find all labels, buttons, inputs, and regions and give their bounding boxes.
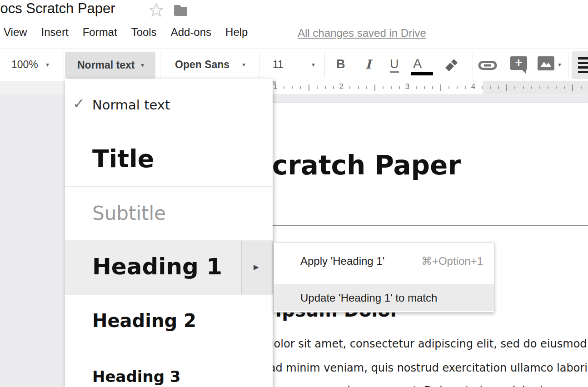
ruler-tick — [556, 86, 557, 89]
ruler-tick — [300, 86, 301, 89]
ruler-tick — [399, 86, 400, 89]
italic-button[interactable]: I — [365, 57, 371, 71]
ruler-tick — [309, 84, 309, 91]
mountains-icon — [538, 56, 554, 70]
toolbar-separator — [324, 52, 325, 78]
font-size-dropdown-icon[interactable]: ▾ — [312, 61, 315, 68]
bold-button[interactable]: B — [336, 57, 345, 71]
align-icon — [578, 57, 588, 60]
doc-body-title[interactable]: Scratch Paper — [253, 150, 461, 181]
ruler-number: 3 — [405, 82, 409, 91]
ruler-tick — [581, 86, 582, 89]
text-color-bar — [411, 72, 433, 75]
ruler-tick — [548, 86, 548, 89]
comment-button[interactable]: + — [510, 56, 527, 70]
font-select[interactable]: Open Sans — [175, 59, 229, 71]
menu-item-subtitle[interactable]: Subtitle — [65, 187, 273, 240]
ruler-tick — [416, 86, 417, 89]
ruler-tick — [523, 86, 524, 89]
ruler-tick — [284, 86, 284, 89]
ruler-tick — [383, 86, 384, 89]
toolbar-separator — [568, 52, 568, 78]
submenu-item-apply[interactable]: Apply 'Heading 1' ⌘+Option+1 — [274, 243, 494, 280]
ruler-tick — [292, 86, 293, 89]
ruler-tick — [448, 86, 449, 89]
ruler-tick — [498, 86, 499, 89]
ruler-tick — [572, 84, 573, 91]
menu-item-heading-3[interactable]: Heading 3 — [65, 349, 273, 387]
ruler-tick — [440, 84, 441, 91]
font-dropdown-icon[interactable]: ▾ — [242, 61, 245, 68]
ruler-tick — [325, 86, 326, 89]
ruler-tick — [531, 86, 532, 89]
star-icon[interactable] — [149, 3, 164, 17]
ruler-tick — [432, 86, 433, 89]
ruler-tick — [424, 86, 425, 89]
ruler-tick — [490, 86, 491, 89]
submenu-item-update[interactable]: Update 'Heading 1' to match — [274, 284, 494, 311]
ruler-number: 2 — [339, 82, 343, 91]
toolbar-separator — [160, 52, 160, 78]
ruler-tick — [374, 84, 375, 91]
menu-item-tools[interactable]: Tools — [131, 26, 157, 39]
ruler-tick — [564, 86, 565, 89]
toolbar-separator — [259, 52, 259, 78]
google-docs-window: Docs Scratch Paper View Insert Format To… — [0, 0, 588, 387]
style-dropdown-icon: ▾ — [141, 61, 144, 69]
toolbar-separator — [64, 52, 64, 78]
ruler-tick — [317, 86, 318, 89]
ruler-number: 4 — [471, 82, 475, 91]
shortcut-label: ⌘+Option+1 — [421, 255, 483, 268]
underline-button[interactable]: U — [390, 57, 399, 73]
link-button[interactable] — [478, 60, 497, 70]
menu-item-title[interactable]: Title — [65, 132, 273, 186]
submenu-arrow-icon: ▶ — [254, 263, 259, 271]
ruler-tick — [366, 86, 367, 89]
zoom-select[interactable]: 100% — [11, 59, 38, 71]
menu-item-insert[interactable]: Insert — [41, 26, 69, 39]
ruler-tick — [514, 86, 515, 89]
text-color-button[interactable]: A — [413, 56, 422, 71]
document-title-input[interactable]: Docs Scratch Paper — [0, 0, 115, 17]
paragraph-style-select[interactable]: Normal text ▾ — [65, 52, 155, 79]
ruler-tick — [391, 86, 392, 89]
toolbar: 100% ▾ Normal text ▾ Open Sans ▾ 11 ▾ B … — [0, 49, 588, 81]
ruler-tick — [506, 84, 507, 91]
heading-1-submenu-button[interactable]: ▶ — [241, 241, 273, 294]
plus-icon: + — [515, 56, 523, 69]
paragraph-style-value: Normal text — [77, 59, 135, 71]
ruler-tick — [539, 86, 540, 89]
image-dropdown-icon[interactable]: ▾ — [558, 61, 561, 68]
heading-1-submenu: Apply 'Heading 1' ⌘+Option+1 Update 'Hea… — [274, 242, 494, 313]
ruler-tick — [349, 86, 350, 89]
menu-item-help[interactable]: Help — [225, 26, 248, 39]
align-button[interactable] — [572, 51, 588, 79]
ruler-tick — [333, 86, 334, 89]
menu-bar: View Insert Format Tools Add-ons Help — [4, 26, 248, 39]
ruler-tick — [457, 86, 458, 89]
menu-item-heading-2[interactable]: Heading 2 — [65, 295, 273, 349]
toolbar-separator — [473, 52, 473, 78]
menu-item-format[interactable]: Format — [83, 26, 117, 39]
ruler-tick — [465, 86, 466, 89]
menu-item-view[interactable]: View — [4, 26, 27, 39]
font-size-select[interactable]: 11 — [273, 59, 284, 71]
image-button[interactable] — [538, 56, 554, 70]
menu-item-addons[interactable]: Add-ons — [171, 26, 211, 39]
highlight-button[interactable] — [444, 56, 459, 72]
ruler-tick — [358, 86, 359, 89]
folder-icon[interactable] — [173, 4, 188, 16]
paragraph-style-menu: ✓ Normal text Title Subtitle Heading 1 ▶… — [65, 79, 273, 387]
ruler-tick — [482, 86, 483, 89]
menu-item-normal-text[interactable]: ✓ Normal text — [65, 79, 273, 132]
check-icon: ✓ — [73, 95, 85, 112]
save-status-link[interactable]: All changes saved in Drive — [298, 27, 426, 40]
zoom-dropdown-icon[interactable]: ▾ — [46, 61, 49, 68]
